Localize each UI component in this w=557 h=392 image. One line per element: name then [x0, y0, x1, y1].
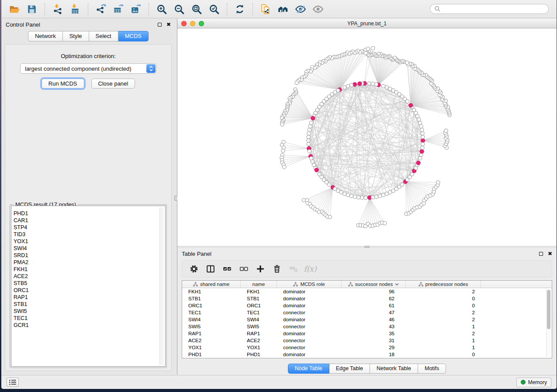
- tab-mcds[interactable]: MCDS: [118, 31, 149, 41]
- optimization-criterion-select[interactable]: largest connected component (undirected): [20, 63, 156, 74]
- zoom-out-icon: [173, 3, 185, 15]
- column-label: MCDS role: [300, 282, 325, 287]
- mcds-result-item[interactable]: PMA2: [11, 259, 165, 266]
- cell-mcds-role: dominator: [277, 296, 342, 301]
- mcds-result-item[interactable]: GCR1: [11, 322, 165, 329]
- delete-column-button[interactable]: [270, 262, 284, 276]
- memory-button[interactable]: Memory: [516, 378, 551, 387]
- tab-motifs[interactable]: Motifs: [418, 364, 446, 374]
- mcds-result-item[interactable]: SRD1: [11, 252, 165, 259]
- column-header-successor-nodes[interactable]: successor nodes: [342, 281, 406, 288]
- import-network-button[interactable]: [50, 2, 65, 17]
- cell-name: SWI4: [241, 317, 277, 322]
- vertical-splitter[interactable]: [175, 19, 177, 375]
- table-row[interactable]: STB1STB1dominator620: [182, 295, 552, 302]
- mcds-result-item[interactable]: CAR1: [11, 217, 165, 224]
- tab-style[interactable]: Style: [63, 31, 89, 41]
- table-row[interactable]: RAP1RAP1dominator352: [182, 330, 552, 337]
- optimization-criterion-label: Optimization criterion:: [5, 53, 171, 59]
- search-box[interactable]: [430, 4, 549, 14]
- show-all-button[interactable]: [311, 2, 325, 17]
- table-row[interactable]: FKH1FKH1dominator962: [182, 288, 552, 295]
- cell-mcds-role: dominator: [277, 352, 342, 357]
- zoom-out-button[interactable]: [172, 2, 187, 17]
- tab-network[interactable]: Network: [28, 31, 63, 41]
- network-node: [311, 160, 314, 163]
- mcds-result-list[interactable]: PHD1CAR1STP4TID3YOX1SWI4SRD1PMA2FKH1ACE2…: [11, 206, 166, 367]
- export-table-button[interactable]: [111, 2, 126, 17]
- mcds-result-item[interactable]: RAP1: [11, 294, 165, 301]
- run-mcds-button[interactable]: Run MCDS: [42, 79, 84, 89]
- float-panel-icon[interactable]: [158, 23, 162, 27]
- mcds-list-scrollbar[interactable]: [159, 207, 164, 365]
- splitter-grip-icon[interactable]: [364, 246, 370, 248]
- select-stepper-icon: [146, 64, 156, 73]
- add-column-icon: [256, 264, 265, 274]
- table-row[interactable]: ORC1ORC1dominator610: [182, 302, 552, 309]
- zoom-selected-button[interactable]: [207, 2, 221, 17]
- close-panel-icon[interactable]: ✖: [166, 22, 171, 27]
- window-zoom-icon[interactable]: [199, 21, 204, 26]
- mcds-result-item[interactable]: STB5: [11, 280, 165, 287]
- column-header-predecessor-nodes[interactable]: predecessor nodes: [406, 281, 481, 288]
- hide-selected-button[interactable]: [293, 2, 308, 17]
- open-file-button[interactable]: [7, 2, 22, 17]
- refresh-network-button[interactable]: [232, 2, 247, 17]
- mcds-result-item[interactable]: STB1: [11, 301, 165, 308]
- import-table-button[interactable]: [68, 2, 83, 17]
- mcds-result-item[interactable]: TID3: [11, 231, 165, 238]
- column-header-name[interactable]: name: [241, 281, 277, 288]
- first-neighbors-button[interactable]: [276, 2, 291, 17]
- close-panel-icon[interactable]: ✖: [548, 251, 552, 256]
- add-column-button[interactable]: [253, 262, 267, 276]
- export-image-button[interactable]: [128, 2, 143, 17]
- mcds-result-item[interactable]: PHD1: [11, 210, 165, 217]
- close-panel-button[interactable]: Close panel: [91, 79, 135, 89]
- float-panel-icon[interactable]: [539, 252, 543, 256]
- dominator-node: [358, 82, 362, 86]
- table-row[interactable]: PHD1PHD1dominator180: [182, 351, 552, 358]
- network-node: [419, 121, 422, 124]
- save-session-button[interactable]: [24, 2, 39, 17]
- table-row[interactable]: TEC1TEC1connector472: [182, 309, 552, 316]
- tab-node-table[interactable]: Node Table: [288, 364, 329, 374]
- table-row[interactable]: SWI4SWI4dominator462: [182, 316, 552, 323]
- tab-network-table[interactable]: Network Table: [370, 364, 418, 374]
- table-settings-button[interactable]: [187, 262, 201, 276]
- mcds-result-item[interactable]: SWI5: [11, 308, 165, 315]
- mcds-result-item[interactable]: STP4: [11, 224, 165, 231]
- select-all-rows-button[interactable]: [220, 262, 234, 276]
- table-row[interactable]: ACE2ACE2connector311: [182, 337, 552, 344]
- mcds-result-item[interactable]: ACE2: [11, 273, 165, 280]
- first-neighbors-icon: [277, 3, 289, 15]
- dominator-node: [409, 103, 413, 107]
- search-input[interactable]: [443, 6, 544, 13]
- new-network-from-selection-button[interactable]: [258, 2, 273, 17]
- zoom-fit-button[interactable]: [189, 2, 204, 17]
- tab-edge-table[interactable]: Edge Table: [329, 364, 370, 374]
- network-node: [309, 121, 313, 124]
- table-row[interactable]: SWI5SWI5connector431: [182, 323, 552, 330]
- column-header-shared-name[interactable]: shared name: [182, 281, 241, 288]
- export-network-button[interactable]: [93, 2, 108, 17]
- mcds-result-item[interactable]: SWI4: [11, 245, 165, 252]
- mcds-result-item[interactable]: YOX1: [11, 238, 165, 245]
- table-scrollbar[interactable]: [546, 289, 551, 357]
- network-graph[interactable]: [177, 28, 557, 246]
- deselect-all-rows-button[interactable]: [237, 262, 251, 276]
- table-scrollbar-thumb[interactable]: [547, 290, 550, 329]
- delete-column-icon: [272, 264, 282, 274]
- panel-menu-button[interactable]: [7, 378, 19, 387]
- column-header-mcds-role[interactable]: MCDS role: [277, 281, 342, 288]
- mcds-result-item[interactable]: FKH1: [11, 266, 165, 273]
- window-minimize-icon[interactable]: [190, 21, 195, 26]
- network-canvas[interactable]: [177, 28, 557, 246]
- tab-select[interactable]: Select: [89, 31, 118, 41]
- table-row[interactable]: YOX1YOX1connector291: [182, 344, 552, 351]
- mcds-result-item[interactable]: ORC1: [11, 287, 165, 294]
- window-close-icon[interactable]: [181, 21, 187, 26]
- mcds-result-item[interactable]: TEC1: [11, 315, 165, 322]
- zoom-in-button[interactable]: [154, 2, 169, 17]
- show-column-panel-button[interactable]: [204, 262, 218, 276]
- horizontal-splitter[interactable]: [177, 246, 557, 248]
